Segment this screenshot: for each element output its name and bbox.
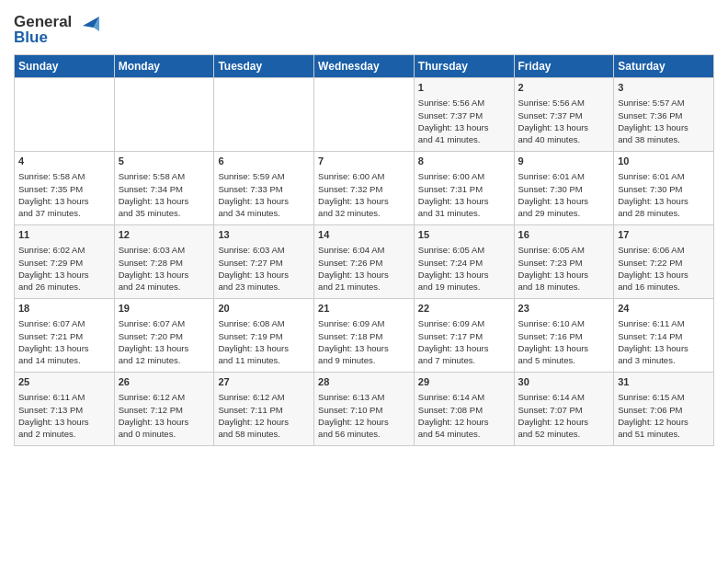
day-info: Daylight: 13 hours bbox=[119, 269, 210, 281]
day-info: and 9 minutes. bbox=[318, 354, 410, 366]
logo: General Blue bbox=[14, 14, 99, 45]
day-info: and 16 minutes. bbox=[618, 281, 710, 293]
day-info: and 54 minutes. bbox=[418, 428, 510, 440]
calendar-cell: 20Sunrise: 6:08 AMSunset: 7:19 PMDayligh… bbox=[214, 299, 314, 373]
calendar-cell: 15Sunrise: 6:05 AMSunset: 7:24 PMDayligh… bbox=[414, 225, 514, 299]
calendar-cell: 1Sunrise: 5:56 AMSunset: 7:37 PMDaylight… bbox=[414, 78, 514, 152]
calendar-cell: 8Sunrise: 6:00 AMSunset: 7:31 PMDaylight… bbox=[414, 152, 514, 225]
day-info: Daylight: 13 hours bbox=[218, 342, 310, 354]
day-number: 15 bbox=[418, 228, 510, 242]
day-number: 7 bbox=[318, 155, 410, 168]
day-info: Sunset: 7:36 PM bbox=[618, 109, 710, 121]
day-info: Daylight: 13 hours bbox=[18, 195, 110, 207]
day-number: 18 bbox=[18, 302, 110, 316]
day-number: 22 bbox=[418, 302, 510, 316]
day-info: and 38 minutes. bbox=[618, 133, 710, 145]
calendar-cell: 9Sunrise: 6:01 AMSunset: 7:30 PMDaylight… bbox=[514, 152, 614, 225]
weekday-header-thursday: Thursday bbox=[414, 55, 514, 78]
day-info: Sunset: 7:32 PM bbox=[318, 183, 410, 195]
day-info: Sunrise: 6:15 AM bbox=[618, 391, 710, 403]
day-info: Sunset: 7:13 PM bbox=[18, 404, 110, 416]
calendar-cell: 3Sunrise: 5:57 AMSunset: 7:36 PMDaylight… bbox=[614, 78, 714, 152]
day-info: Daylight: 13 hours bbox=[618, 121, 710, 133]
day-number: 10 bbox=[618, 155, 710, 168]
day-info: Sunset: 7:17 PM bbox=[418, 330, 510, 342]
day-number: 28 bbox=[318, 375, 410, 389]
calendar-cell: 30Sunrise: 6:14 AMSunset: 7:07 PMDayligh… bbox=[514, 373, 614, 446]
day-info: Sunrise: 6:14 AM bbox=[518, 391, 610, 403]
calendar-cell: 10Sunrise: 6:01 AMSunset: 7:30 PMDayligh… bbox=[614, 152, 714, 225]
day-info: Daylight: 13 hours bbox=[418, 121, 510, 133]
calendar-cell: 23Sunrise: 6:10 AMSunset: 7:16 PMDayligh… bbox=[514, 299, 614, 373]
day-info: Sunrise: 6:14 AM bbox=[418, 391, 510, 403]
calendar-cell: 27Sunrise: 6:12 AMSunset: 7:11 PMDayligh… bbox=[214, 373, 314, 446]
day-info: Sunrise: 6:07 AM bbox=[119, 317, 210, 329]
day-info: and 26 minutes. bbox=[18, 281, 110, 293]
day-number: 20 bbox=[218, 302, 310, 316]
calendar-cell: 24Sunrise: 6:11 AMSunset: 7:14 PMDayligh… bbox=[614, 299, 714, 373]
weekday-header-monday: Monday bbox=[114, 55, 214, 78]
day-info: and 0 minutes. bbox=[119, 428, 210, 440]
day-info: Sunrise: 6:03 AM bbox=[218, 244, 310, 256]
calendar-cell: 12Sunrise: 6:03 AMSunset: 7:28 PMDayligh… bbox=[114, 225, 214, 299]
day-number: 31 bbox=[618, 375, 710, 389]
day-number: 3 bbox=[618, 81, 710, 95]
day-info: Daylight: 12 hours bbox=[418, 416, 510, 428]
day-info: Sunrise: 5:58 AM bbox=[119, 170, 210, 182]
calendar-cell: 16Sunrise: 6:05 AMSunset: 7:23 PMDayligh… bbox=[514, 225, 614, 299]
calendar-cell: 22Sunrise: 6:09 AMSunset: 7:17 PMDayligh… bbox=[414, 299, 514, 373]
day-info: Sunrise: 6:12 AM bbox=[119, 391, 210, 403]
day-info: and 41 minutes. bbox=[418, 133, 510, 145]
day-info: Daylight: 13 hours bbox=[318, 195, 410, 207]
day-info: Sunset: 7:37 PM bbox=[518, 109, 610, 121]
day-info: Sunrise: 6:07 AM bbox=[18, 317, 110, 329]
day-info: Sunrise: 6:09 AM bbox=[418, 317, 510, 329]
calendar-cell: 5Sunrise: 5:58 AMSunset: 7:34 PMDaylight… bbox=[114, 152, 214, 225]
day-info: Sunrise: 5:57 AM bbox=[618, 97, 710, 109]
day-info: Sunset: 7:34 PM bbox=[119, 183, 210, 195]
day-info: Daylight: 13 hours bbox=[518, 121, 610, 133]
day-number: 9 bbox=[518, 155, 610, 168]
day-info: Sunset: 7:18 PM bbox=[318, 330, 410, 342]
day-number: 19 bbox=[119, 302, 210, 316]
calendar-cell: 2Sunrise: 5:56 AMSunset: 7:37 PMDaylight… bbox=[514, 78, 614, 152]
day-info: Daylight: 12 hours bbox=[318, 416, 410, 428]
day-info: Sunset: 7:28 PM bbox=[119, 257, 210, 269]
day-info: Sunset: 7:12 PM bbox=[119, 404, 210, 416]
calendar-cell bbox=[214, 78, 314, 152]
day-info: Daylight: 13 hours bbox=[119, 195, 210, 207]
calendar-cell: 6Sunrise: 5:59 AMSunset: 7:33 PMDaylight… bbox=[214, 152, 314, 225]
day-info: Sunrise: 6:04 AM bbox=[318, 244, 410, 256]
day-info: and 7 minutes. bbox=[418, 354, 510, 366]
day-info: and 34 minutes. bbox=[218, 207, 310, 219]
calendar-cell: 29Sunrise: 6:14 AMSunset: 7:08 PMDayligh… bbox=[414, 373, 514, 446]
day-info: and 23 minutes. bbox=[218, 281, 310, 293]
day-info: Daylight: 13 hours bbox=[618, 342, 710, 354]
day-info: and 29 minutes. bbox=[518, 207, 610, 219]
day-info: Daylight: 12 hours bbox=[218, 416, 310, 428]
day-info: and 37 minutes. bbox=[18, 207, 110, 219]
day-info: Daylight: 12 hours bbox=[618, 416, 710, 428]
day-info: Sunset: 7:33 PM bbox=[218, 183, 310, 195]
day-info: Sunset: 7:11 PM bbox=[218, 404, 310, 416]
day-info: Sunrise: 5:56 AM bbox=[418, 97, 510, 109]
day-info: and 35 minutes. bbox=[119, 207, 210, 219]
calendar-cell bbox=[15, 78, 115, 152]
calendar-cell: 25Sunrise: 6:11 AMSunset: 7:13 PMDayligh… bbox=[15, 373, 115, 446]
day-info: Daylight: 13 hours bbox=[418, 269, 510, 281]
calendar-cell: 28Sunrise: 6:13 AMSunset: 7:10 PMDayligh… bbox=[314, 373, 415, 446]
day-info: and 51 minutes. bbox=[618, 428, 710, 440]
day-info: and 12 minutes. bbox=[119, 354, 210, 366]
day-info: and 18 minutes. bbox=[518, 281, 610, 293]
day-info: Sunrise: 6:01 AM bbox=[618, 170, 710, 182]
day-info: and 52 minutes. bbox=[518, 428, 610, 440]
day-info: and 58 minutes. bbox=[218, 428, 310, 440]
day-info: Sunset: 7:19 PM bbox=[218, 330, 310, 342]
day-number: 11 bbox=[18, 228, 110, 242]
week-row-5: 25Sunrise: 6:11 AMSunset: 7:13 PMDayligh… bbox=[15, 373, 714, 446]
day-info: Sunrise: 6:05 AM bbox=[418, 244, 510, 256]
day-info: Sunrise: 5:59 AM bbox=[218, 170, 310, 182]
day-info: Sunset: 7:07 PM bbox=[518, 404, 610, 416]
calendar-cell: 13Sunrise: 6:03 AMSunset: 7:27 PMDayligh… bbox=[214, 225, 314, 299]
day-info: and 2 minutes. bbox=[18, 428, 110, 440]
